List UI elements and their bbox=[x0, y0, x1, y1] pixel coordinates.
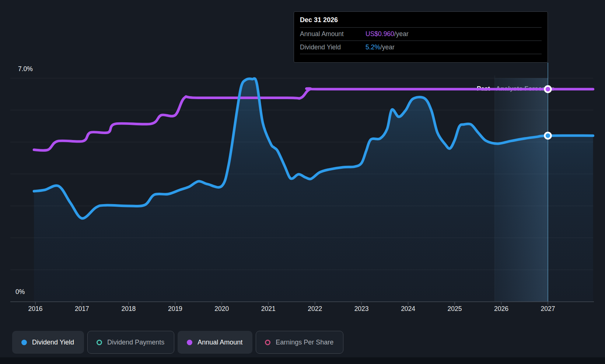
x-axis-label-2016: 2016 bbox=[21, 305, 50, 313]
x-axis-label-2025: 2025 bbox=[440, 305, 469, 313]
tooltip-row-dividend-yield: Dividend Yield 5.2%/year bbox=[300, 41, 542, 54]
legend-item-earnings-per-share[interactable]: Earnings Per Share bbox=[256, 331, 343, 354]
legend-item-dividend-payments[interactable]: Dividend Payments bbox=[87, 331, 174, 354]
tooltip-annual-amount-suffix: /year bbox=[394, 30, 409, 38]
x-axis-ticks bbox=[35, 302, 548, 305]
dividend-history-chart: Past Analysts Forecasts 7.0% 0% 20162017… bbox=[0, 0, 605, 364]
annual-amount-hover-marker bbox=[545, 86, 551, 92]
legend: Dividend YieldDividend PaymentsAnnual Am… bbox=[12, 331, 343, 354]
x-axis-label-2020: 2020 bbox=[207, 305, 237, 313]
legend-item-label: Dividend Yield bbox=[32, 339, 74, 346]
legend-item-annual-amount[interactable]: Annual Amount bbox=[178, 331, 252, 354]
x-axis-label-2021: 2021 bbox=[253, 305, 283, 313]
dividend-payments-dot-icon bbox=[97, 340, 102, 345]
x-axis-label-2024: 2024 bbox=[394, 305, 423, 313]
tooltip-annual-amount-label: Annual Amount bbox=[300, 30, 366, 38]
legend-item-label: Dividend Payments bbox=[107, 339, 164, 346]
x-axis-label-2019: 2019 bbox=[160, 305, 190, 313]
legend-item-dividend-yield[interactable]: Dividend Yield bbox=[12, 331, 84, 354]
dividend-yield-dot-icon bbox=[21, 340, 27, 345]
tooltip-dividend-yield-suffix: /year bbox=[380, 43, 395, 51]
x-axis-label-2027: 2027 bbox=[533, 305, 563, 313]
y-axis-label-min: 0% bbox=[15, 288, 25, 296]
tooltip-dividend-yield-value: 5.2% bbox=[366, 43, 380, 51]
x-axis-label-2023: 2023 bbox=[347, 305, 376, 313]
x-axis-label-2022: 2022 bbox=[300, 305, 330, 313]
tooltip-annual-amount-value: US$0.960 bbox=[366, 30, 394, 38]
x-axis-label-2017: 2017 bbox=[67, 305, 97, 313]
annual-amount-dot-icon bbox=[187, 340, 192, 345]
earnings-per-share-dot-icon bbox=[265, 340, 270, 345]
chart-tooltip: Dec 31 2026 Annual Amount US$0.960/year … bbox=[294, 11, 548, 63]
tooltip-row-annual-amount: Annual Amount US$0.960/year bbox=[300, 27, 542, 41]
tooltip-dividend-yield-label: Dividend Yield bbox=[300, 43, 366, 51]
legend-item-label: Earnings Per Share bbox=[276, 339, 333, 346]
dividend-yield-hover-marker bbox=[545, 133, 551, 139]
y-axis-label-max: 7.0% bbox=[18, 65, 33, 73]
legend-item-label: Annual Amount bbox=[197, 339, 242, 346]
tooltip-date: Dec 31 2026 bbox=[300, 16, 542, 24]
x-axis-label-2018: 2018 bbox=[114, 305, 143, 313]
x-axis-label-2026: 2026 bbox=[487, 305, 516, 313]
